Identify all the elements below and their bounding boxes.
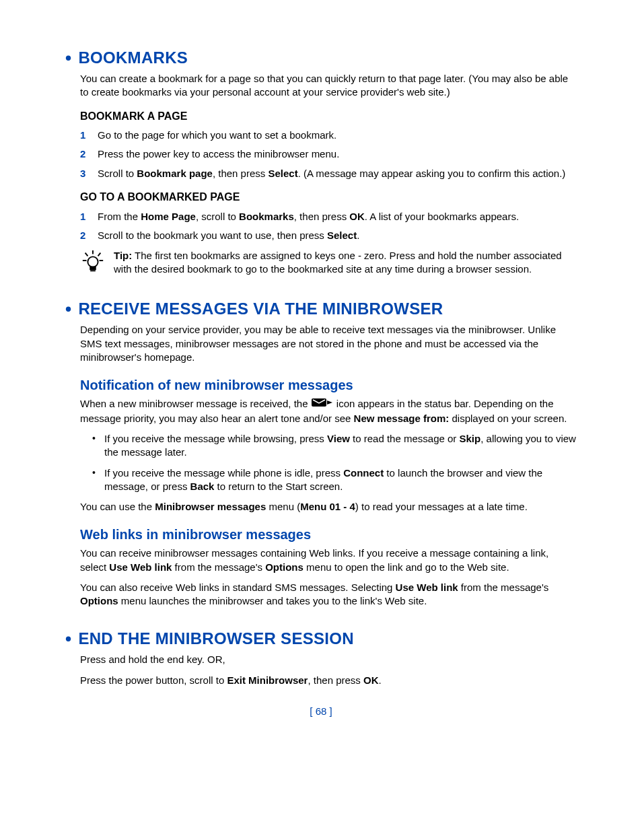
list-number: 2 bbox=[80, 147, 94, 161]
bullet-dot-icon: • bbox=[65, 629, 71, 649]
list-text: Press the power key to access the minibr… bbox=[98, 147, 577, 161]
svg-line-2 bbox=[98, 253, 101, 256]
list-text: Scroll to Bookmark page, then press Sele… bbox=[98, 167, 577, 180]
paragraph: Press the power button, scroll to Exit M… bbox=[80, 674, 577, 687]
paragraph: You can create a bookmark for a page so … bbox=[80, 72, 577, 100]
heading-text: Receive messages via the minibrowser bbox=[78, 300, 443, 318]
list-item: 2 Press the power key to access the mini… bbox=[80, 147, 577, 161]
heading-bookmarks: •Bookmarks bbox=[65, 46, 577, 69]
list-text: From the Home Page, scroll to Bookmarks,… bbox=[98, 210, 577, 223]
list-number: 3 bbox=[80, 167, 94, 180]
message-envelope-icon bbox=[311, 397, 334, 411]
paragraph: When a new minibrowser message is receiv… bbox=[80, 397, 577, 425]
paragraph: You can also receive Web links in standa… bbox=[80, 581, 577, 608]
list-text: Scroll to the bookmark you want to use, … bbox=[98, 229, 577, 242]
bullet-icon: • bbox=[92, 432, 104, 460]
list-item: 1 From the Home Page, scroll to Bookmark… bbox=[80, 210, 577, 223]
bullet-dot-icon: • bbox=[65, 48, 71, 68]
subheading-goto-bookmarked: Go to a bookmarked page bbox=[80, 190, 577, 205]
list-text: If you receive the message while phone i… bbox=[104, 466, 577, 494]
bullet-icon: • bbox=[92, 466, 104, 494]
svg-line-1 bbox=[85, 253, 88, 256]
list-text: If you receive the message while browsin… bbox=[104, 432, 577, 460]
subheading-notification: Notification of new minibrowser messages bbox=[80, 376, 577, 394]
bullet-dot-icon: • bbox=[65, 299, 71, 319]
heading-receive-messages: •Receive messages via the minibrowser bbox=[65, 297, 577, 320]
page-number: [ 68 ] bbox=[65, 705, 577, 718]
bullet-list: • If you receive the message while brows… bbox=[92, 432, 577, 493]
heading-text: Bookmarks bbox=[78, 48, 188, 67]
paragraph: Press and hold the end key. OR, bbox=[80, 653, 577, 666]
svg-point-5 bbox=[87, 256, 98, 267]
list-item: • If you receive the message while phone… bbox=[92, 466, 577, 494]
list-number: 1 bbox=[80, 210, 94, 223]
paragraph: Depending on your service provider, you … bbox=[80, 323, 577, 364]
paragraph: You can use the Minibrowser messages men… bbox=[80, 500, 577, 514]
list-item: 1 Go to the page for which you want to s… bbox=[80, 129, 577, 142]
list-number: 2 bbox=[80, 229, 94, 242]
subheading-web-links: Web links in minibrowser messages bbox=[80, 526, 577, 544]
svg-rect-7 bbox=[312, 398, 326, 407]
list-number: 1 bbox=[80, 129, 94, 142]
list-text: Go to the page for which you want to set… bbox=[98, 129, 577, 142]
lightbulb-tip-icon bbox=[80, 249, 107, 278]
tip-text: Tip: The first ten bookmarks are assigne… bbox=[114, 249, 577, 277]
numbered-list: 1 Go to the page for which you want to s… bbox=[80, 129, 577, 180]
list-item: 2 Scroll to the bookmark you want to use… bbox=[80, 229, 577, 242]
numbered-list: 1 From the Home Page, scroll to Bookmark… bbox=[80, 210, 577, 243]
tip-block: Tip: The first ten bookmarks are assigne… bbox=[80, 249, 577, 278]
paragraph: You can receive minibrowser messages con… bbox=[80, 547, 577, 574]
list-item: 3 Scroll to Bookmark page, then press Se… bbox=[80, 167, 577, 180]
list-item: • If you receive the message while brows… bbox=[92, 432, 577, 460]
heading-text: End the minibrowser session bbox=[78, 629, 353, 648]
heading-end-session: •End the minibrowser session bbox=[65, 627, 577, 650]
subheading-bookmark-a-page: Bookmark a page bbox=[80, 109, 577, 124]
